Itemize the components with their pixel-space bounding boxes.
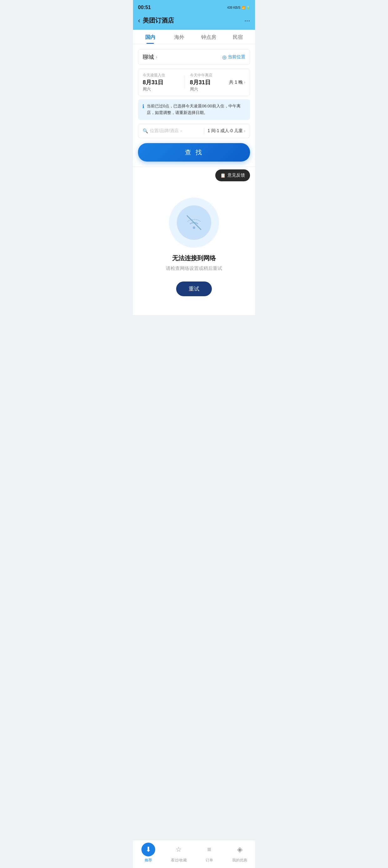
guests-text: 1 间·1 成人·0 儿童 [207,128,243,134]
tab-overseas[interactable]: 海外 [165,30,194,44]
date-row[interactable]: 今天凌晨入住 8月31日 周六 今天中午离店 8月31日 周六 共 1 晚 › [138,69,250,96]
check-in-label: 今天凌晨入住 [143,73,180,78]
filters-row[interactable]: 🔍 位置/品牌/酒店 › 1 间·1 成人·0 儿童 › [138,124,250,138]
hotel-search-input[interactable]: 🔍 位置/品牌/酒店 › [143,128,201,134]
check-in-day: 周六 [143,86,180,92]
filter-divider [204,128,204,134]
nights-chevron-icon: › [244,80,245,85]
search-card: 聊城 › ◎ 当前位置 今天凌晨入住 8月31日 周六 今天中午离店 8月31日… [133,44,255,166]
error-section: 无法连接到网络 请检查网络设置或稍后重试 重试 [133,185,255,315]
back-icon[interactable]: ‹ [138,17,140,25]
wifi-off-icon [184,213,204,232]
nights-info: 共 1 晚 › [229,80,245,85]
check-out-section: 今天中午离店 8月31日 周六 [190,73,227,92]
alert-box: ℹ 当前已过0点，已选择今天凌晨06:00前入住，中午离店，如需调整，请重新选择… [138,99,250,120]
status-time: 00:51 [138,5,151,10]
guests-filter[interactable]: 1 间·1 成人·0 儿童 › [207,128,245,134]
status-icons: 439 KB/S 📶 🔋 [227,6,250,9]
location-chevron-icon: › [156,55,157,60]
feedback-label: 意见反馈 [227,173,245,178]
error-illustration [169,197,219,248]
city-name: 聊城 [143,53,154,61]
header: ‹ 美团订酒店 ··· [133,14,255,30]
more-icon[interactable]: ··· [245,17,250,25]
error-circle-outer [169,197,219,248]
search-button[interactable]: 查 找 [138,143,250,162]
search-arrow-icon: › [181,129,182,133]
tab-domestic[interactable]: 国内 [135,30,165,44]
check-out-day: 周六 [190,86,227,92]
alert-warning-icon: ℹ [142,103,144,116]
date-divider [185,76,185,89]
nights-text: 共 1 晚 [229,80,243,85]
check-out-date: 8月31日 [190,79,227,86]
header-left: ‹ 美团订酒店 [138,16,174,25]
signal-icons: 📶 🔋 [241,6,250,9]
location-target-icon: ◎ [222,54,227,60]
error-circle-inner [177,206,211,240]
current-location-btn[interactable]: ◎ 当前位置 [222,54,245,60]
network-speed: 439 KB/S [227,6,240,9]
location-left: 聊城 › [143,53,157,61]
feedback-section: 📋 意见反馈 [133,166,255,185]
location-row[interactable]: 聊城 › ◎ 当前位置 [138,49,250,65]
check-out-label: 今天中午离店 [190,73,227,78]
feedback-icon: 📋 [220,173,226,178]
app-title: 美团订酒店 [143,16,174,25]
error-subtitle: 请检查网络设置或稍后重试 [166,266,222,272]
error-title: 无法连接到网络 [172,254,216,262]
tab-bar: 国内 海外 钟点房 民宿 [133,30,255,44]
tab-homestay[interactable]: 民宿 [223,30,253,44]
check-in-section: 今天凌晨入住 8月31日 周六 [143,73,180,92]
tab-hourly[interactable]: 钟点房 [194,30,223,44]
guests-chevron-icon: › [244,129,245,133]
search-placeholder: 位置/品牌/酒店 [150,128,179,134]
status-bar: 00:51 439 KB/S 📶 🔋 [133,0,255,14]
alert-text: 当前已过0点，已选择今天凌晨06:00前入住，中午离店，如需调整，请重新选择日期… [147,103,246,116]
retry-button[interactable]: 重试 [176,281,212,296]
feedback-button[interactable]: 📋 意见反馈 [215,169,250,181]
svg-point-0 [193,226,195,229]
check-in-date: 8月31日 [143,79,180,86]
current-location-label: 当前位置 [228,54,245,60]
search-icon: 🔍 [143,128,148,133]
